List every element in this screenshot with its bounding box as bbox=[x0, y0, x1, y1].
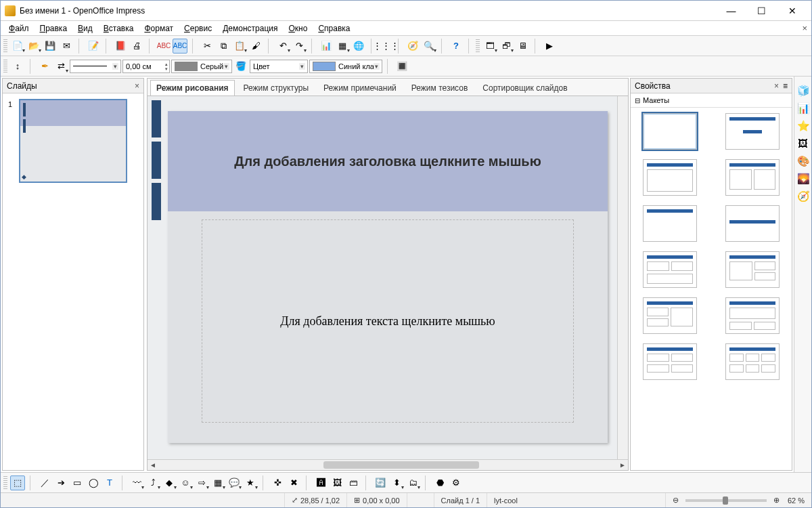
print-button[interactable]: 🖨 bbox=[129, 39, 144, 54]
symbol-shapes-tool[interactable]: ☺ bbox=[178, 475, 193, 490]
layout-blank[interactable] bbox=[643, 113, 697, 150]
maximize-button[interactable]: ☐ bbox=[746, 1, 777, 20]
area-style-button[interactable]: 🪣 bbox=[233, 59, 248, 74]
interaction-tool[interactable]: ⚙ bbox=[449, 475, 464, 490]
flowchart-tool[interactable]: ▦ bbox=[210, 475, 225, 490]
scroll-left-icon[interactable]: ◄ bbox=[148, 461, 158, 469]
layout-title-content[interactable] bbox=[643, 159, 697, 196]
layout-4boxes[interactable] bbox=[643, 343, 697, 380]
tab-handout[interactable]: Режим тезисов bbox=[405, 80, 474, 96]
hyperlink-button[interactable]: 🌐 bbox=[351, 39, 366, 54]
text-tool[interactable]: T bbox=[102, 475, 117, 490]
slide-thumbnail-1[interactable]: 1 ◆ bbox=[19, 99, 127, 183]
document-close-icon[interactable]: × bbox=[802, 23, 807, 33]
sidebar-properties-icon[interactable]: 🧊 bbox=[797, 85, 809, 97]
ellipse-tool[interactable]: ◯ bbox=[86, 475, 101, 490]
sidebar-navigator-icon[interactable]: 🧭 bbox=[797, 190, 809, 203]
fontwork-tool[interactable]: 🅰 bbox=[313, 475, 328, 490]
toolbar-handle-2[interactable] bbox=[476, 39, 480, 53]
table-button[interactable]: ▦ bbox=[335, 39, 350, 54]
zoom-in-icon[interactable]: ⊕ bbox=[773, 496, 780, 505]
format-paintbrush-button[interactable]: 🖌 bbox=[248, 39, 263, 54]
line-style-combo[interactable] bbox=[70, 60, 121, 73]
arrange-tool[interactable]: 🗂 bbox=[405, 475, 420, 490]
select-tool[interactable]: ⬚ bbox=[10, 475, 25, 490]
gluepoints-tool[interactable]: ✖ bbox=[286, 475, 301, 490]
layouts-section-header[interactable]: Макеты bbox=[631, 93, 792, 108]
layout-1-2[interactable] bbox=[725, 251, 780, 288]
copy-button[interactable]: ⧉ bbox=[216, 39, 231, 54]
master-tab-3[interactable] bbox=[152, 183, 161, 220]
line-tool[interactable]: ／ bbox=[37, 475, 52, 490]
stars-tool[interactable]: ★ bbox=[243, 475, 258, 490]
tab-drawing[interactable]: Режим рисования bbox=[150, 80, 235, 96]
help-button[interactable]: ? bbox=[449, 39, 464, 54]
master-tab-2[interactable] bbox=[152, 142, 161, 179]
grid-button[interactable]: ⋮⋮⋮ bbox=[378, 39, 393, 54]
arrow-tool[interactable]: ➔ bbox=[53, 475, 68, 490]
redo-button[interactable]: ↷ bbox=[292, 39, 307, 54]
rectangle-tool[interactable]: ▭ bbox=[70, 475, 85, 490]
properties-menu-icon[interactable]: ≡ bbox=[783, 81, 788, 91]
edit-file-button[interactable]: 📝 bbox=[86, 39, 101, 54]
layout-6boxes[interactable] bbox=[725, 343, 780, 380]
undo-button[interactable]: ↶ bbox=[275, 39, 290, 54]
from-file-tool[interactable]: 🖼 bbox=[330, 475, 344, 490]
menu-file[interactable]: Файл bbox=[3, 22, 35, 35]
layout-2-1[interactable] bbox=[643, 297, 697, 334]
menu-window[interactable]: Окно bbox=[283, 22, 313, 35]
content-placeholder[interactable]: Для добавления текста щелкните мышью bbox=[202, 219, 574, 423]
slide-design-button[interactable]: 🗔 bbox=[482, 39, 497, 54]
line-style-button[interactable]: ✒ bbox=[37, 59, 52, 74]
chart-button[interactable]: 📊 bbox=[319, 39, 334, 54]
spellcheck-button[interactable]: ABC bbox=[156, 39, 171, 54]
arrow-button[interactable]: ↕ bbox=[10, 59, 25, 74]
autospellcheck-button[interactable]: ABC bbox=[173, 39, 187, 54]
slide-show-button[interactable]: 🖥 bbox=[515, 39, 530, 54]
zoom-button[interactable]: 🔍 bbox=[422, 39, 436, 54]
email-button[interactable]: ✉ bbox=[59, 39, 74, 54]
properties-close-icon[interactable]: × bbox=[774, 81, 779, 91]
sidebar-styles-icon[interactable]: 🎨 bbox=[797, 155, 809, 167]
curve-tool[interactable]: 〰 bbox=[129, 475, 144, 490]
drawing-toolbar-handle[interactable] bbox=[3, 476, 7, 490]
master-tab-1[interactable] bbox=[152, 100, 161, 137]
title-placeholder[interactable]: Для добавления заголовка щелкните мышью bbox=[168, 111, 608, 211]
gallery-tool[interactable]: 🗃 bbox=[346, 475, 361, 490]
layout-title-only[interactable] bbox=[643, 205, 697, 242]
sidebar-transition-icon[interactable]: 🖼 bbox=[797, 137, 809, 150]
paste-button[interactable]: 📋 bbox=[232, 39, 247, 54]
slide-layout-button[interactable]: 🗗 bbox=[499, 39, 514, 54]
slides-panel-close-icon[interactable]: × bbox=[135, 81, 139, 91]
menu-insert[interactable]: Вставка bbox=[98, 22, 139, 35]
slide-1[interactable]: Для добавления заголовка щелкните мышью … bbox=[168, 111, 608, 443]
sidebar-gallery-icon[interactable]: 🌄 bbox=[797, 173, 809, 185]
export-pdf-button[interactable]: 📕 bbox=[113, 39, 128, 54]
navigator-button[interactable]: 🧭 bbox=[405, 39, 420, 54]
presentation-button[interactable]: ▶ bbox=[542, 39, 557, 54]
layout-centered[interactable] bbox=[725, 205, 780, 242]
menu-format[interactable]: Формат bbox=[139, 22, 179, 35]
open-button[interactable]: 📂 bbox=[26, 39, 41, 54]
sidebar-animation-icon[interactable]: ⭐ bbox=[797, 120, 809, 132]
vertical-scrollbar[interactable] bbox=[617, 96, 628, 459]
horizontal-scrollbar[interactable]: ◄ ► bbox=[148, 459, 628, 470]
layout-1over2[interactable] bbox=[725, 297, 780, 334]
layout-title-2content[interactable] bbox=[725, 159, 780, 196]
rotate-tool[interactable]: 🔄 bbox=[373, 475, 388, 490]
minimize-button[interactable]: — bbox=[716, 1, 746, 20]
hscroll-thumb[interactable] bbox=[323, 461, 479, 469]
layout-title[interactable] bbox=[725, 113, 780, 150]
slide-canvas[interactable]: Для добавления заголовка щелкните мышью … bbox=[147, 96, 629, 471]
line-width-spin[interactable]: 0,00 см bbox=[122, 60, 170, 73]
points-tool[interactable]: ✜ bbox=[270, 475, 285, 490]
scroll-right-icon[interactable]: ► bbox=[617, 461, 628, 469]
new-button[interactable]: 📄 bbox=[10, 39, 25, 54]
menu-view[interactable]: Вид bbox=[72, 22, 98, 35]
shadow-button[interactable]: 🔳 bbox=[394, 59, 409, 74]
zoom-slider[interactable] bbox=[685, 499, 767, 502]
save-button[interactable]: 💾 bbox=[43, 39, 58, 54]
sidebar-master-icon[interactable]: 📊 bbox=[797, 102, 809, 114]
menu-edit[interactable]: Правка bbox=[35, 22, 73, 35]
close-button[interactable]: ✕ bbox=[777, 1, 807, 20]
